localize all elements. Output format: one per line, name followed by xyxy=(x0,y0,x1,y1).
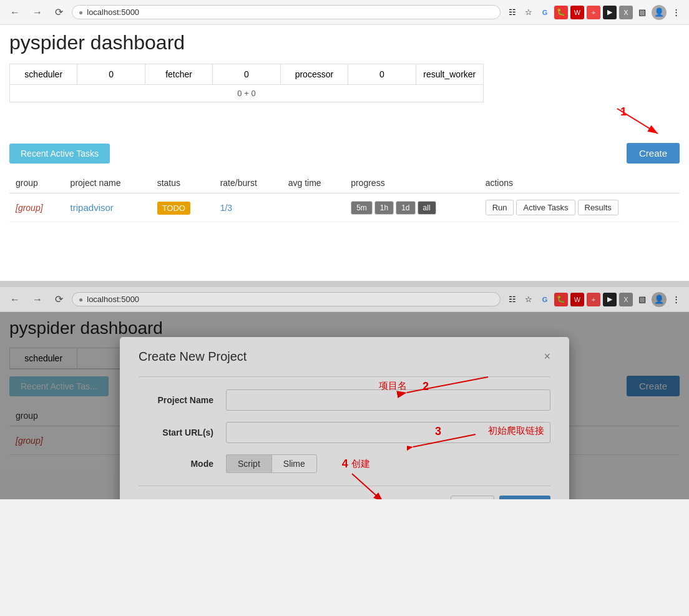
row-rate: 1/3 xyxy=(214,193,282,222)
annotation-area-1: 1 xyxy=(9,105,680,143)
menu-icon[interactable]: ⋮ xyxy=(669,6,683,19)
row-group: [group] xyxy=(9,193,64,222)
result-worker-label: result_worker xyxy=(416,64,483,84)
rate-link[interactable]: 1/3 xyxy=(220,203,232,213)
ext6-icon-2[interactable]: ▧ xyxy=(635,293,649,306)
mode-label: Mode xyxy=(139,459,226,469)
annotation-arrow-3 xyxy=(407,425,532,456)
create-project-modal: Create New Project × 项目名 2 xyxy=(120,337,569,499)
ext3-icon-2[interactable]: + xyxy=(587,293,600,306)
menu-icon-2[interactable]: ⋮ xyxy=(669,293,683,306)
grid-icon-2[interactable]: ☷ xyxy=(506,293,519,306)
modal-header: Create New Project × xyxy=(139,350,550,364)
star-icon[interactable]: ☆ xyxy=(522,6,535,19)
modal-title: Create New Project xyxy=(139,350,247,364)
translate-icon-2[interactable]: G xyxy=(538,293,552,306)
processor-value: 0 xyxy=(348,64,416,84)
ext4-icon-2[interactable]: ▶ xyxy=(603,293,617,306)
star-icon-2[interactable]: ☆ xyxy=(522,293,535,306)
row-progress: 5m 1h 1d all xyxy=(344,193,479,222)
col-rate-burst: rate/burst xyxy=(214,173,282,193)
stats-block: scheduler 0 fetcher 0 processor 0 result… xyxy=(9,64,484,102)
dashboard-dimmed: pyspider dashboard scheduler result_work… xyxy=(0,312,689,499)
fetcher-label: fetcher xyxy=(145,64,213,84)
action-row: Recent Active Tasks Create xyxy=(9,143,680,164)
active-tasks-button[interactable]: Active Tasks xyxy=(516,200,575,215)
modal-close-button[interactable]: × xyxy=(544,350,550,363)
recent-active-tasks-button[interactable]: Recent Active Tasks xyxy=(9,144,110,164)
col-project-name: project name xyxy=(64,173,151,193)
annotation-num-4: 4 xyxy=(342,457,348,471)
ext3-icon[interactable]: + xyxy=(587,6,600,19)
stats-sub-value: 0 + 0 xyxy=(10,85,483,102)
row-actions: Run Active Tasks Results xyxy=(479,193,680,222)
refresh-button-2[interactable]: ⟳ xyxy=(51,292,67,306)
row-project: tripadvisor xyxy=(64,193,151,222)
col-group: group xyxy=(9,173,64,193)
row-avg-time xyxy=(282,193,344,222)
annotation-arrow-1 xyxy=(555,105,680,140)
scheduler-value: 0 xyxy=(77,64,145,84)
svg-line-5 xyxy=(413,434,476,447)
ext1-icon[interactable]: 🐛 xyxy=(554,6,568,19)
address-bar-1[interactable]: ● localhost:5000 xyxy=(72,5,501,19)
svg-line-7 xyxy=(352,474,383,499)
start-url-label: Start URL(s) xyxy=(139,428,226,438)
table-header-row: group project name status rate/burst avg… xyxy=(9,173,680,193)
ext6-icon[interactable]: ▧ xyxy=(635,6,649,19)
browser-bar-2: ← → ⟳ ● localhost:5000 ☷ ☆ G 🐛 W + ▶ X ▧… xyxy=(0,287,689,312)
ext5-icon-2[interactable]: X xyxy=(619,293,633,306)
ext2-icon[interactable]: W xyxy=(570,6,584,19)
avatar-icon[interactable]: 👤 xyxy=(652,5,667,20)
browser-icons-2: ☷ ☆ G 🐛 W + ▶ X ▧ 👤 ⋮ xyxy=(506,292,683,307)
col-avg-time: avg time xyxy=(282,173,344,193)
progress-5m-button[interactable]: 5m xyxy=(351,201,373,215)
stats-top-row: scheduler 0 fetcher 0 processor 0 result… xyxy=(10,64,483,85)
create-modal-button[interactable]: Create xyxy=(499,496,550,499)
project-name-label: Project Name xyxy=(139,395,226,405)
results-button[interactable]: Results xyxy=(578,200,618,215)
run-button[interactable]: Run xyxy=(486,200,514,215)
ext4-icon[interactable]: ▶ xyxy=(603,6,617,19)
mode-script-button[interactable]: Script xyxy=(226,454,271,473)
lock-icon: ● xyxy=(79,8,83,17)
back-button-2[interactable]: ← xyxy=(6,293,24,306)
ext5-icon[interactable]: X xyxy=(619,6,633,19)
table-row: [group] tripadvisor TODO 1/3 5m xyxy=(9,193,680,222)
processor-label: processor xyxy=(281,64,348,84)
refresh-button[interactable]: ⟳ xyxy=(51,5,67,19)
progress-1h-button[interactable]: 1h xyxy=(374,201,394,215)
ext2-icon-2[interactable]: W xyxy=(570,293,584,306)
lock-icon-2: ● xyxy=(79,295,83,304)
browser-icons-1: ☷ ☆ G 🐛 W + ▶ X ▧ 👤 ⋮ xyxy=(506,5,683,20)
ext1-icon-2[interactable]: 🐛 xyxy=(554,293,568,306)
annotation-chinese-4: 创建 xyxy=(351,458,370,470)
address-bar-2[interactable]: ● localhost:5000 xyxy=(72,292,501,306)
annotation-arrow-4 xyxy=(302,471,396,499)
forward-button[interactable]: → xyxy=(29,6,46,19)
annotation-num-1: 1 xyxy=(620,105,627,119)
create-button[interactable]: Create xyxy=(627,143,680,164)
annotation-arrow-2 xyxy=(394,371,519,402)
back-button[interactable]: ← xyxy=(6,6,24,19)
col-progress: progress xyxy=(344,173,479,193)
group-link[interactable]: [group] xyxy=(16,203,43,213)
progress-1d-button[interactable]: 1d xyxy=(396,201,415,215)
modal-overlay: Create New Project × 项目名 2 xyxy=(0,312,689,499)
dashboard-1: pyspider dashboard scheduler 0 fetcher 0… xyxy=(0,25,689,281)
annotation-arrow-4-container xyxy=(139,496,446,499)
forward-button-2[interactable]: → xyxy=(29,293,46,306)
col-status: status xyxy=(151,173,214,193)
status-badge: TODO xyxy=(157,202,190,215)
url-text-2: localhost:5000 xyxy=(87,295,139,304)
svg-line-3 xyxy=(407,377,488,393)
translate-icon[interactable]: G xyxy=(538,6,552,19)
close-modal-button[interactable]: Close xyxy=(451,496,494,499)
progress-all-button[interactable]: all xyxy=(418,201,436,215)
dashboard-title: pyspider dashboard xyxy=(9,31,680,54)
col-actions: actions xyxy=(479,173,680,193)
browser-panel-1: ← → ⟳ ● localhost:5000 ☷ ☆ G 🐛 W + ▶ X ▧… xyxy=(0,0,689,281)
project-link[interactable]: tripadvisor xyxy=(71,202,114,213)
avatar-icon-2[interactable]: 👤 xyxy=(652,292,667,307)
grid-icon[interactable]: ☷ xyxy=(506,6,519,19)
